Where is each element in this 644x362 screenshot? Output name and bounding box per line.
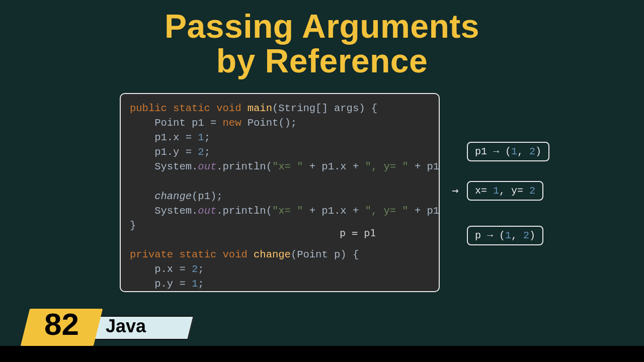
text: p1 → ( (475, 146, 511, 157)
text: ) (535, 146, 541, 157)
num: 2 (529, 146, 535, 157)
num: 2 (523, 230, 529, 241)
semi: ; (204, 132, 210, 143)
text: x= (475, 185, 493, 197)
fn-change: change (248, 249, 291, 260)
code-text: (String[] args) { (272, 103, 377, 114)
bottom-bar (0, 346, 644, 362)
code-text: } (130, 220, 136, 231)
code-text: System. (130, 205, 198, 217)
code-text: + p1.y); (409, 161, 440, 172)
kw: new (223, 117, 242, 129)
code-text: (p1); (192, 191, 223, 202)
text: p → ( (475, 230, 505, 241)
code-text: (Point p) { (291, 249, 359, 260)
num: 1 (198, 132, 204, 143)
code-text: p.x = (130, 263, 192, 275)
code-text: Point(); (241, 117, 297, 129)
num: 1 (505, 230, 511, 241)
badge-language: Java (106, 316, 191, 337)
state-box-p1: p1 → (1, 2) (467, 142, 549, 161)
num: 1 (192, 278, 198, 290)
state-box-p: p → (1, 2) (467, 226, 543, 245)
num: 2 (192, 263, 198, 275)
kw: public (130, 103, 167, 114)
semi: ; (198, 278, 204, 290)
code-block: public static void main(String[] args) {… (120, 93, 440, 292)
semi: ; (198, 263, 204, 275)
title-line-2: by Reference (216, 42, 428, 79)
num: 1 (493, 185, 499, 197)
fn-call: change (154, 191, 192, 202)
kw: static (167, 103, 210, 114)
str: "x= " (272, 205, 303, 217)
text: ) (529, 230, 535, 241)
text: , y= (499, 185, 529, 197)
out-field: out (198, 161, 216, 172)
badge-number: 82 (25, 306, 98, 342)
code-text (130, 191, 154, 202)
semi: ; (204, 146, 210, 158)
code-text: + p1.y); (409, 205, 440, 217)
code-text: + p1.x + (303, 161, 365, 172)
code-text: p.y = (130, 278, 192, 290)
code-text: p1.x = (130, 132, 198, 143)
text: , (511, 230, 523, 241)
num: 2 (198, 146, 204, 158)
kw: private (130, 249, 173, 260)
out-field: out (198, 205, 216, 217)
title-line-1: Passing Arguments (165, 8, 479, 45)
num: 2 (529, 185, 535, 197)
kw: void (210, 103, 242, 114)
kw: static (173, 249, 216, 260)
code-text: System. (130, 161, 198, 172)
text: , (517, 146, 529, 157)
kw: void (216, 249, 248, 260)
fn-main: main (241, 103, 272, 114)
str: "x= " (272, 161, 303, 172)
annotation-p-equals-p1: p = p1 (340, 226, 376, 240)
arrow-icon: → (452, 184, 458, 197)
str: ", y= " (365, 161, 409, 172)
code-text: + p1.x + (303, 205, 365, 217)
code-text: p1.y = (130, 146, 198, 158)
output-box-xy: x= 1, y= 2 (467, 181, 543, 201)
num: 1 (511, 146, 517, 157)
str: ", y= " (365, 205, 409, 217)
code-text: Point p1 = (130, 117, 223, 129)
slide-title: Passing Arguments by Reference (0, 0, 644, 79)
code-text: .println( (216, 205, 272, 217)
code-text: .println( (216, 161, 272, 172)
